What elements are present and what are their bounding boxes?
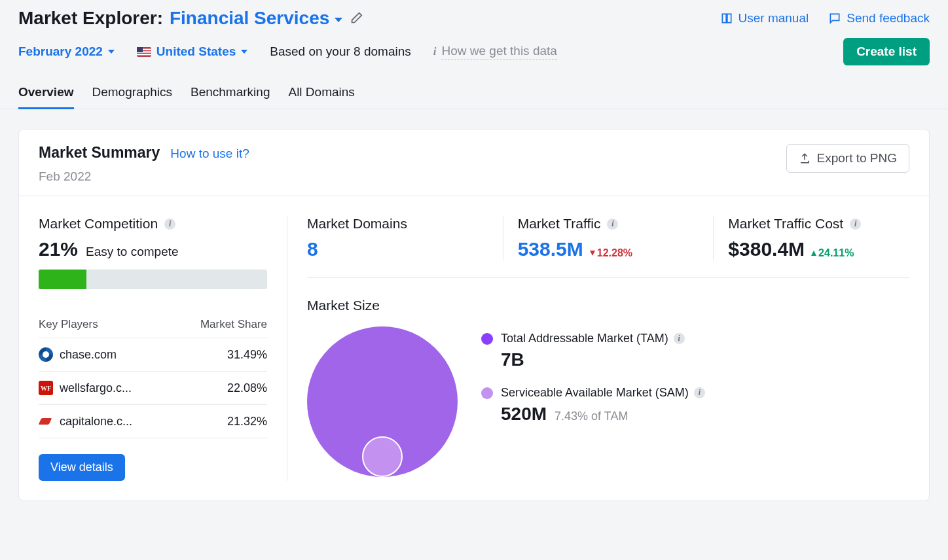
tab-demographics[interactable]: Demographics [92,81,173,109]
date-filter[interactable]: February 2022 [18,44,115,59]
favicon-wellsfargo: WF [39,381,53,395]
info-icon: i [433,45,437,58]
create-list-button[interactable]: Create list [843,38,930,65]
player-share: 31.49% [227,348,267,362]
info-icon[interactable]: i [164,219,175,230]
player-share: 21.32% [227,415,267,429]
traffic-trend: 12.28% [590,247,632,259]
player-domain: capitalone.c... [60,415,132,429]
sam-value: 520M [501,404,547,425]
key-player-row: WFwellsfargo.c... 22.08% [39,372,267,405]
info-icon[interactable]: i [694,387,705,398]
chat-icon [828,12,841,25]
legend-sam: Serviceable Available Market (SAM)i 520M… [481,386,705,425]
metric-cost: Market Traffic Costi $380.4M 24.11% [714,216,909,260]
market-summary-card: Market Summary How to use it? Feb 2022 E… [18,129,930,501]
card-title: Market Summary [39,144,160,162]
key-player-row: chase.com 31.49% [39,338,267,372]
tam-value: 7B [501,349,685,370]
edit-icon[interactable] [349,11,363,26]
chevron-down-icon [241,50,247,54]
sam-pct: 7.43% of TAM [555,410,628,423]
metric-domains: Market Domains 8 [307,216,503,260]
cost-value: $380.4M [728,238,805,260]
favicon-capitalone [39,414,53,429]
dot-icon [481,387,493,399]
flag-us-icon [137,47,151,57]
competition-ease: Easy to compete [86,245,179,259]
favicon-chase [39,347,53,362]
tab-overview[interactable]: Overview [18,81,74,109]
how-to-use-link[interactable]: How to use it? [170,147,249,161]
competition-label: Market Competition i [39,216,267,232]
competition-bar [39,270,267,289]
dot-icon [481,333,493,345]
market-size-chart [307,326,458,477]
info-icon[interactable]: i [674,333,685,344]
summary-date: Feb 2022 [39,169,249,184]
sam-bubble [362,436,403,477]
player-domain: wellsfargo.c... [60,381,132,395]
user-manual-link[interactable]: User manual [720,11,809,26]
domains-count-text: Based on your 8 domains [270,44,410,59]
tab-all-domains[interactable]: All Domains [288,81,354,109]
player-share: 22.08% [227,381,267,395]
tabs: Overview Demographics Benchmarking All D… [0,81,948,109]
key-player-row: capitalone.c... 21.32% [39,405,267,438]
info-icon[interactable]: i [850,219,861,230]
export-png-button[interactable]: Export to PNG [786,144,910,173]
page-title-prefix: Market Explorer: [18,8,163,29]
player-domain: chase.com [60,348,117,362]
legend-tam: Total Addressable Market (TAM)i 7B [481,332,705,370]
metric-traffic: Market Traffici 538.5M 12.28% [503,216,714,260]
competition-percent: 21% [39,238,78,260]
market-size-title: Market Size [307,298,909,313]
chevron-down-icon [108,50,115,54]
competition-bar-fill [39,270,86,289]
tab-benchmarking[interactable]: Benchmarking [191,81,270,109]
upload-icon [799,152,811,164]
domains-value[interactable]: 8 [307,238,318,260]
book-icon [720,12,733,25]
info-icon[interactable]: i [607,219,618,230]
arrow-up-icon [811,251,816,256]
traffic-value[interactable]: 538.5M [518,238,583,260]
cost-trend: 24.11% [811,247,854,259]
key-players-header: Key Players Market Share [39,318,267,338]
market-name: Financial Services [170,8,329,29]
data-source-info[interactable]: How we get this data [441,44,556,60]
market-selector[interactable]: Financial Services [170,8,342,29]
chevron-down-icon [335,18,342,22]
view-details-button[interactable]: View details [39,454,125,481]
send-feedback-link[interactable]: Send feedback [828,11,930,26]
country-filter[interactable]: United States [137,44,247,59]
arrow-down-icon [590,251,595,256]
